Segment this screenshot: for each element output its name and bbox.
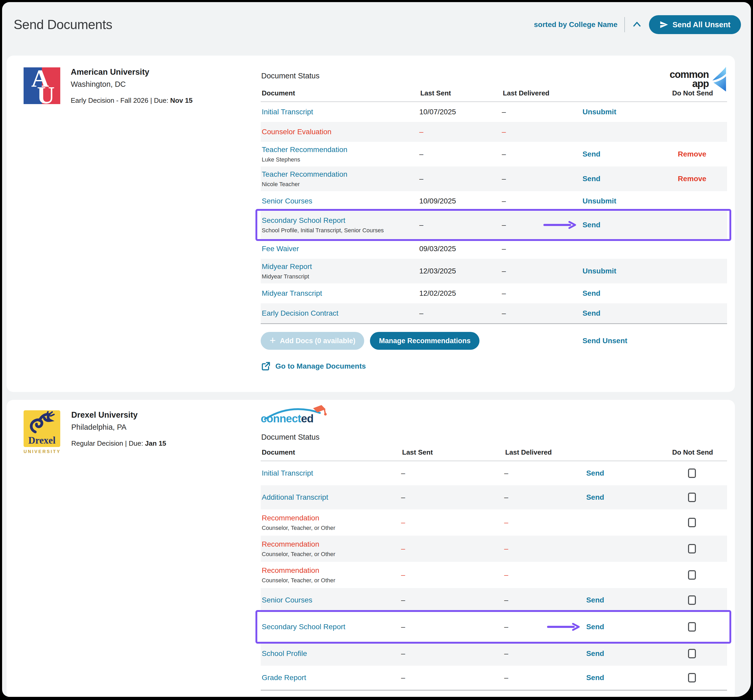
- document-link[interactable]: Initial Transcript: [262, 469, 313, 477]
- document-row: Grade Report––Send: [261, 666, 727, 690]
- send-link[interactable]: Send: [586, 596, 604, 604]
- document-link[interactable]: Grade Report: [262, 673, 306, 682]
- connected-arc-icon: [259, 402, 327, 425]
- last-sent-value: –: [419, 150, 423, 158]
- remove-link[interactable]: Remove: [678, 175, 706, 183]
- document-sublabel: Midyear Transcript: [262, 273, 309, 280]
- document-link[interactable]: Additional Transcript: [262, 493, 328, 502]
- send-link[interactable]: Send: [582, 289, 600, 298]
- document-row: Secondary School Report––Send: [261, 612, 727, 642]
- document-link[interactable]: Recommendation: [262, 566, 319, 575]
- do-not-send-checkbox[interactable]: [688, 622, 696, 631]
- last-sent-value: –: [401, 623, 405, 631]
- document-link[interactable]: Recommendation: [262, 540, 319, 548]
- document-row: Fee Waiver09/03/2025–: [261, 239, 727, 259]
- last-delivered-value: –: [502, 245, 506, 253]
- manage-recommendations-button[interactable]: Manage Recommendations: [370, 332, 479, 350]
- common-app-logo: common app: [670, 66, 727, 92]
- col-document: Document: [261, 448, 401, 456]
- last-sent-value: –: [401, 649, 405, 658]
- document-row: Senior Courses––Send: [261, 588, 727, 612]
- last-sent-value: –: [419, 221, 423, 229]
- last-delivered-value: –: [504, 493, 508, 502]
- document-row: Midyear ReportMidyear Transcript12/03/20…: [261, 259, 727, 283]
- last-delivered-value: –: [502, 289, 506, 298]
- last-sent-value: 09/03/2025: [419, 245, 456, 253]
- do-not-send-checkbox[interactable]: [688, 469, 696, 478]
- remove-link[interactable]: Remove: [678, 150, 706, 158]
- unsubmit-link[interactable]: Unsubmit: [582, 197, 616, 205]
- document-sublabel: Counselor, Teacher, or Other: [262, 577, 335, 584]
- common-app-icon: [711, 66, 727, 92]
- college-card-drexel-university: Drexel UNIVERSITY Drexel University Phil…: [6, 400, 735, 697]
- last-sent-value: –: [419, 175, 423, 183]
- send-link[interactable]: Send: [582, 175, 600, 183]
- col-last-sent: Last Sent: [419, 89, 502, 97]
- document-row: RecommendationCounselor, Teacher, or Oth…: [261, 536, 727, 562]
- page-title: Send Documents: [14, 17, 112, 32]
- unsubmit-link[interactable]: Unsubmit: [582, 267, 616, 275]
- send-documents-page: Send Documents sorted by College Name Se…: [2, 2, 751, 697]
- do-not-send-checkbox[interactable]: [688, 493, 696, 502]
- last-delivered-value: –: [502, 309, 506, 317]
- last-delivered-value: –: [504, 649, 508, 658]
- add-docs-button[interactable]: + Add Docs (0 available): [261, 332, 364, 350]
- document-table: Initial Transcript10/07/2025–UnsubmitCou…: [261, 102, 727, 324]
- top-controls: sorted by College Name Send All Unsent: [534, 15, 741, 34]
- send-link[interactable]: Send: [586, 469, 604, 477]
- last-delivered-value: –: [502, 221, 506, 229]
- document-link[interactable]: Counselor Evaluation: [262, 128, 331, 136]
- send-link[interactable]: Send: [586, 493, 604, 502]
- chevron-up-icon[interactable]: [632, 19, 642, 30]
- do-not-send-checkbox[interactable]: [688, 673, 696, 683]
- document-link[interactable]: Teacher Recommendation: [262, 170, 348, 178]
- due-date: Jan 15: [145, 439, 166, 447]
- document-link[interactable]: School Profile: [262, 649, 307, 658]
- send-link[interactable]: Send: [586, 649, 604, 658]
- do-not-send-checkbox[interactable]: [688, 595, 696, 605]
- send-link[interactable]: Send: [582, 150, 600, 158]
- document-row: Senior Courses10/09/2025–Unsubmit: [261, 191, 727, 211]
- send-link[interactable]: Send: [582, 309, 600, 317]
- document-row: Teacher RecommendationLuke Stephens––Sen…: [261, 142, 727, 167]
- last-sent-value: 12/02/2025: [419, 289, 456, 298]
- do-not-send-checkbox[interactable]: [688, 570, 696, 580]
- university-name: American University: [71, 67, 193, 77]
- sort-by-link[interactable]: sorted by College Name: [534, 20, 617, 29]
- unsubmit-link[interactable]: Unsubmit: [582, 108, 616, 116]
- send-link[interactable]: Send: [586, 623, 604, 631]
- document-row: Initial Transcript––Send: [261, 461, 727, 485]
- document-link[interactable]: Initial Transcript: [262, 108, 313, 116]
- col-last-delivered: Last Delivered: [504, 448, 586, 456]
- last-sent-value: –: [401, 493, 405, 502]
- document-link[interactable]: Recommendation: [262, 514, 319, 522]
- col-last-delivered: Last Delivered: [502, 89, 582, 97]
- document-row: Midyear Transcript12/02/2025–Send: [261, 283, 727, 303]
- do-not-send-checkbox[interactable]: [688, 544, 696, 553]
- go-to-manage-documents-link[interactable]: Go to Manage Documents: [261, 361, 727, 371]
- send-unsent-link[interactable]: Send Unsent: [582, 337, 627, 345]
- drexel-dragon-icon: [26, 411, 58, 435]
- send-link[interactable]: Send: [582, 221, 600, 229]
- document-link[interactable]: Midyear Report: [262, 262, 312, 271]
- last-sent-value: –: [401, 469, 405, 477]
- last-sent-value: 10/07/2025: [419, 108, 456, 116]
- last-delivered-value: –: [504, 469, 508, 477]
- document-sublabel: Counselor, Teacher, or Other: [262, 551, 335, 558]
- last-delivered-value: –: [502, 150, 506, 158]
- document-link[interactable]: Early Decision Contract: [262, 309, 338, 317]
- document-link[interactable]: Fee Waiver: [262, 245, 299, 253]
- do-not-send-checkbox[interactable]: [688, 649, 696, 658]
- document-row: Initial Transcript10/07/2025–Unsubmit: [261, 102, 727, 122]
- document-link[interactable]: Secondary School Report: [262, 623, 345, 631]
- send-all-unsent-button[interactable]: Send All Unsent: [649, 15, 741, 34]
- last-delivered-value: –: [504, 571, 508, 579]
- send-link[interactable]: Send: [586, 673, 604, 682]
- document-link[interactable]: Secondary School Report: [262, 216, 345, 225]
- document-link[interactable]: Midyear Transcript: [262, 289, 322, 298]
- document-link[interactable]: Teacher Recommendation: [262, 145, 348, 154]
- last-delivered-value: –: [504, 623, 508, 631]
- document-link[interactable]: Senior Courses: [262, 596, 312, 604]
- document-link[interactable]: Senior Courses: [262, 197, 312, 205]
- do-not-send-checkbox[interactable]: [688, 518, 696, 527]
